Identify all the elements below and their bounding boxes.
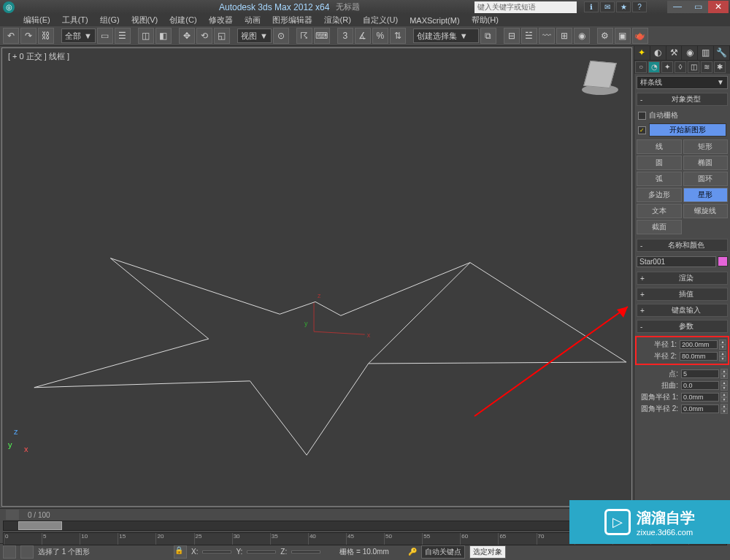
pivot-icon[interactable]: ⊙ [273, 28, 289, 44]
rollout-name-color[interactable]: -名称和颜色 [637, 239, 728, 252]
minimize-button[interactable]: — [667, 1, 688, 13]
rollout-render[interactable]: +渲染 [637, 272, 728, 285]
autogrid-checkbox[interactable] [638, 112, 646, 120]
lock-icon[interactable] [20, 545, 34, 559]
material-icon[interactable]: ◉ [574, 28, 590, 44]
spinner-snap-icon[interactable]: ⇅ [390, 28, 406, 44]
keyboard-shortcut-icon[interactable]: ⌨ [314, 28, 330, 44]
tab-display-icon[interactable]: ▥ [698, 46, 714, 60]
redo-icon[interactable]: ↷ [20, 28, 36, 44]
select-icon[interactable]: ▭ [97, 28, 113, 44]
tab-modify-icon[interactable]: ◐ [650, 46, 666, 60]
curve-editor-icon[interactable]: 〰 [539, 28, 555, 44]
menu-tools[interactable]: 工具(T) [56, 15, 94, 26]
cat-helpers-icon[interactable]: ◫ [688, 61, 699, 73]
distortion-spinner[interactable]: ▲▼ [721, 380, 728, 391]
tab-create-icon[interactable]: ✦ [634, 46, 650, 60]
menu-help[interactable]: 帮助(H) [466, 15, 504, 26]
select-region-icon[interactable]: ◫ [138, 28, 154, 44]
menu-group[interactable]: 组(G) [94, 15, 126, 26]
shape-ngon-button[interactable]: 多边形 [637, 188, 682, 202]
rollout-interpolation[interactable]: +插值 [637, 288, 728, 301]
radius2-input[interactable]: 80.0mm [680, 352, 718, 361]
help-icon[interactable]: ? [632, 1, 647, 12]
cat-spacewarps-icon[interactable]: ≋ [701, 61, 712, 73]
cat-geometry-icon[interactable]: ○ [635, 61, 647, 73]
layers-icon[interactable]: ☱ [521, 28, 537, 44]
radius1-spinner[interactable]: ▲▼ [719, 340, 726, 350]
coord-x-input[interactable] [202, 551, 231, 553]
start-new-shape-button[interactable]: 开始新图形 [649, 123, 726, 137]
object-color-swatch[interactable] [718, 256, 728, 266]
info-icon[interactable]: ℹ [584, 1, 599, 12]
link-icon[interactable]: ⛓ [38, 28, 54, 44]
object-name-input[interactable]: Star001 [637, 256, 716, 267]
align-icon[interactable]: ⊟ [504, 28, 520, 44]
schematic-icon[interactable]: ⊞ [556, 28, 572, 44]
shape-arc-button[interactable]: 弧 [637, 172, 682, 186]
shape-circle-button[interactable]: 圆 [637, 156, 682, 170]
tab-utilities-icon[interactable]: 🔧 [714, 46, 730, 60]
shape-category-dropdown[interactable]: 样条线▼ [637, 76, 728, 89]
menu-rendering[interactable]: 渲染(R) [318, 15, 357, 26]
shape-line-button[interactable]: 线 [637, 139, 682, 154]
angle-snap-icon[interactable]: ∡ [355, 28, 371, 44]
move-icon[interactable]: ✥ [179, 28, 195, 44]
menu-customize[interactable]: 自定义(U) [357, 15, 404, 26]
viewport[interactable]: [ + 0 正交 ] 线框 ] x y z zyx [1, 47, 632, 507]
timeline-icon[interactable] [6, 510, 19, 520]
distortion-input[interactable]: 0.0 [681, 381, 719, 390]
select-name-icon[interactable]: ☰ [115, 28, 131, 44]
cat-systems-icon[interactable]: ✱ [714, 61, 726, 73]
manipulate-icon[interactable]: ☈ [296, 28, 312, 44]
menu-maxscript[interactable]: MAXScript(M) [404, 16, 465, 25]
tab-hierarchy-icon[interactable]: ⚒ [666, 46, 683, 60]
autokey-button[interactable]: 自动关键点 [421, 545, 465, 559]
mirror-icon[interactable]: ⧉ [480, 28, 496, 44]
menu-create[interactable]: 创建(C) [164, 15, 202, 26]
reference-coord[interactable]: 视图▼ [237, 28, 272, 43]
tab-motion-icon[interactable]: ◉ [682, 46, 698, 60]
shape-donut-button[interactable]: 圆环 [683, 172, 729, 186]
lock-selection-icon[interactable]: 🔒 [174, 545, 187, 559]
menu-views[interactable]: 视图(V) [126, 15, 164, 26]
newshape-checkbox[interactable] [638, 126, 646, 134]
rotate-icon[interactable]: ⟲ [196, 28, 212, 44]
render-setup-icon[interactable]: ⚙ [597, 28, 613, 44]
menu-modifiers[interactable]: 修改器 [203, 15, 239, 26]
close-button[interactable]: ✕ [708, 1, 729, 13]
points-input[interactable]: 5 [681, 369, 719, 378]
maximize-button[interactable]: ▭ [688, 1, 708, 13]
render-frame-icon[interactable]: ▣ [615, 28, 631, 44]
points-spinner[interactable]: ▲▼ [721, 369, 728, 379]
menu-edit[interactable]: 编辑(E) [18, 15, 56, 26]
script-icon[interactable] [3, 545, 16, 559]
radius2-spinner[interactable]: ▲▼ [719, 351, 726, 361]
shape-section-button[interactable]: 截面 [637, 220, 682, 234]
cat-shapes-icon[interactable]: ◔ [648, 61, 660, 73]
fillet2-input[interactable]: 0.0mm [681, 404, 719, 413]
window-crossing-icon[interactable]: ◧ [155, 28, 172, 44]
selected-key-dropdown[interactable]: 选定对象 [469, 545, 506, 559]
percent-snap-icon[interactable]: % [372, 28, 388, 44]
help-search-input[interactable]: 键入关键字或短语 [474, 1, 577, 13]
rollout-params[interactable]: -参数 [637, 320, 728, 333]
coord-z-input[interactable] [291, 551, 320, 553]
fillet2-spinner[interactable]: ▲▼ [721, 404, 728, 414]
named-selection-set[interactable]: 创建选择集▼ [413, 28, 479, 43]
undo-icon[interactable]: ↶ [3, 28, 19, 44]
shape-rectangle-button[interactable]: 矩形 [683, 139, 729, 154]
fillet1-spinner[interactable]: ▲▼ [721, 392, 728, 402]
menu-animation[interactable]: 动画 [239, 15, 266, 26]
selection-filter[interactable]: 全部▼ [61, 28, 96, 43]
shape-helix-button[interactable]: 螺旋线 [683, 204, 729, 218]
snap-icon[interactable]: 3 [337, 28, 353, 44]
menu-graph[interactable]: 图形编辑器 [266, 15, 318, 26]
cat-cameras-icon[interactable]: ◊ [675, 61, 686, 73]
coord-y-input[interactable] [247, 551, 276, 553]
shape-star-button[interactable]: 星形 [683, 188, 729, 202]
comm-icon[interactable]: ✉ [600, 1, 615, 12]
cat-lights-icon[interactable]: ✦ [661, 61, 673, 73]
scale-icon[interactable]: ◱ [214, 28, 230, 44]
render-icon[interactable]: 🫖 [632, 28, 648, 44]
